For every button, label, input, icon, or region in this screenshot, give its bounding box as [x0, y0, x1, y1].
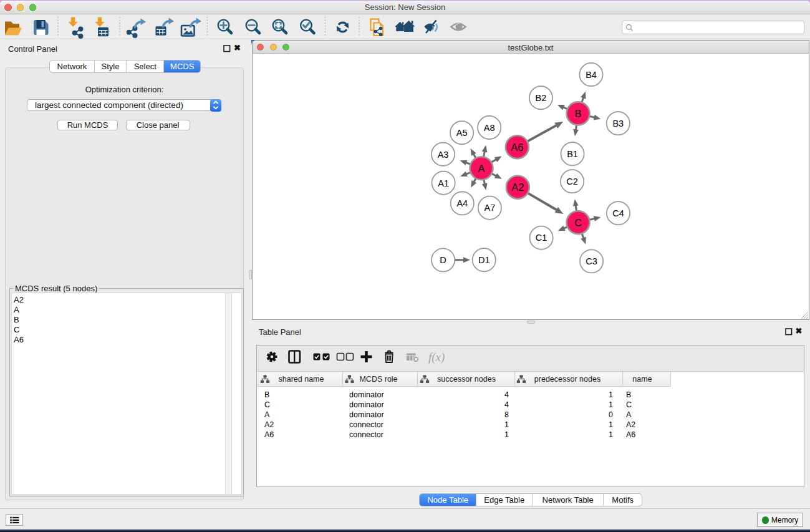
svg-text:A3: A3	[438, 150, 449, 160]
svg-text:B2: B2	[536, 93, 547, 103]
svg-text:A2: A2	[511, 181, 524, 193]
svg-text:A5: A5	[456, 128, 468, 138]
svg-text:A: A	[478, 163, 485, 174]
svg-text:C4: C4	[612, 208, 624, 218]
svg-text:B1: B1	[567, 149, 578, 159]
svg-text:C1: C1	[536, 233, 547, 243]
svg-text:C: C	[574, 217, 582, 228]
svg-text:B4: B4	[586, 70, 597, 80]
svg-text:A6: A6	[511, 142, 523, 153]
svg-text:A8: A8	[484, 123, 495, 133]
svg-text:C3: C3	[586, 256, 597, 266]
svg-text:B3: B3	[612, 118, 624, 128]
svg-text:A4: A4	[456, 198, 468, 208]
svg-text:A1: A1	[438, 178, 449, 188]
svg-text:B: B	[575, 108, 582, 119]
svg-text:C2: C2	[566, 177, 578, 186]
svg-text:f(x): f(x)	[428, 351, 445, 364]
svg-text:A7: A7	[485, 203, 496, 213]
svg-text:D: D	[440, 255, 446, 265]
svg-text:D1: D1	[478, 255, 490, 265]
